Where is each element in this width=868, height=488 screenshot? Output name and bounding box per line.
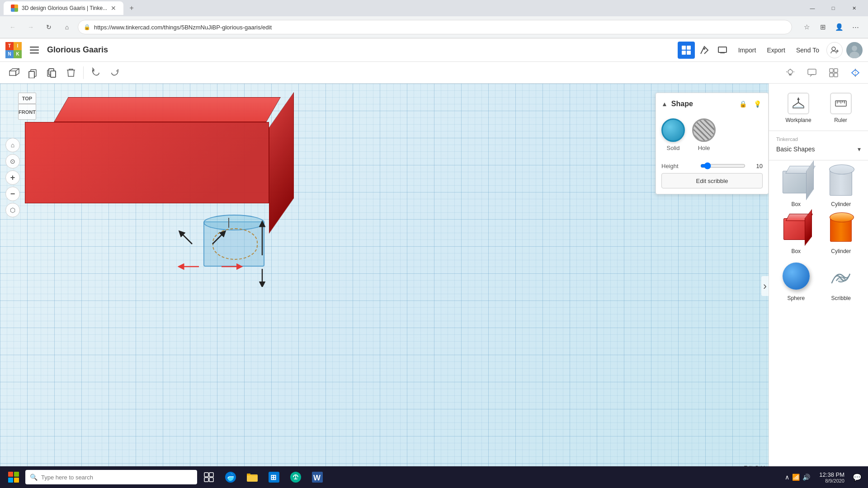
url-text: https://www.tinkercad.com/things/5BNzmNu… — [94, 24, 786, 31]
file-explorer-icon[interactable] — [242, 467, 262, 487]
task-view-button[interactable] — [199, 467, 219, 487]
lock-icon[interactable]: 🔒 — [737, 99, 748, 109]
store-icon[interactable]: ⊞ — [264, 467, 284, 487]
zoom-out-button[interactable]: − — [5, 187, 20, 201]
svg-rect-6 — [687, 51, 691, 55]
panel-collapse-chevron[interactable]: › — [761, 276, 769, 296]
svg-rect-23 — [51, 71, 56, 77]
add-user-button[interactable] — [826, 42, 843, 58]
svg-rect-1 — [30, 49, 39, 51]
header-right: Import Export Send To — [678, 42, 863, 59]
tray-expand-icon[interactable]: ∧ — [785, 474, 789, 481]
bulb-icon[interactable] — [783, 66, 797, 80]
ruler-button[interactable]: Ruler — [830, 93, 852, 123]
nav-cube[interactable]: TOP FRONT — [9, 93, 45, 129]
duplicate-button[interactable] — [43, 64, 61, 81]
workplane-button[interactable]: Workplane — [785, 93, 811, 123]
edge-browser-icon[interactable] — [221, 467, 241, 487]
word-icon[interactable]: W — [307, 467, 327, 487]
hole-label: Hole — [698, 145, 710, 151]
home-view-button[interactable]: ⌂ — [5, 138, 20, 152]
shape-scribble[interactable]: Scribble — [821, 260, 861, 301]
delete-button[interactable] — [62, 64, 80, 81]
mirror-icon[interactable] — [848, 66, 863, 80]
browser-toolbar-icons: ☆ ⊞ 👤 ⋯ — [799, 20, 863, 34]
windows-logo — [8, 472, 19, 483]
tinkercad-logo[interactable]: T I N K — [5, 42, 22, 58]
fit-view-button[interactable]: ⊙ — [5, 154, 20, 169]
height-slider[interactable] — [700, 162, 745, 169]
import-button[interactable]: Import — [735, 45, 760, 56]
start-button[interactable] — [4, 467, 24, 487]
height-value: 10 — [749, 163, 763, 169]
menu-button[interactable] — [27, 43, 42, 57]
scribble-object[interactable] — [201, 212, 269, 273]
account-icon[interactable]: 👤 — [832, 20, 846, 34]
copy-button[interactable] — [24, 64, 42, 81]
shape-cylinder-gray[interactable]: Cylinder — [821, 166, 861, 207]
lock-icon: 🔒 — [84, 24, 90, 30]
shape-box-red[interactable]: Box — [776, 213, 816, 254]
shape-box-gray[interactable]: Box — [776, 166, 816, 207]
shape-panel-collapse[interactable]: ▲ — [661, 100, 668, 108]
search-bar[interactable]: 🔍 — [25, 470, 197, 484]
forward-button[interactable]: → — [24, 20, 38, 34]
new-tab-button[interactable]: + — [125, 2, 138, 14]
user-avatar[interactable] — [846, 42, 863, 58]
active-tab[interactable]: 3D design Glorious Gaaris | Tinke... ✕ — [4, 1, 123, 15]
svg-rect-2 — [30, 52, 39, 54]
height-label: Height — [661, 163, 697, 169]
logo-top-right: I — [14, 42, 22, 50]
reload-button[interactable]: ↻ — [42, 20, 56, 34]
cylinder-gray-visual — [830, 169, 852, 196]
undo-button[interactable] — [87, 64, 104, 81]
svg-point-14 — [852, 46, 857, 51]
solid-option[interactable]: Solid — [661, 118, 685, 151]
windows-logo-yellow — [14, 478, 19, 483]
svg-rect-33 — [834, 73, 838, 77]
tab-close-button[interactable]: ✕ — [111, 5, 116, 12]
volume-icon[interactable]: 🔊 — [802, 474, 810, 481]
notification-icon: 💬 — [853, 473, 862, 482]
notifications-button[interactable]: 💬 — [850, 467, 864, 487]
close-button[interactable]: ✕ — [844, 0, 864, 16]
new-object-button[interactable] — [5, 64, 23, 81]
shape-sphere[interactable]: Sphere — [776, 260, 816, 301]
search-input[interactable] — [41, 474, 193, 481]
export-button[interactable]: Export — [763, 45, 788, 56]
zoom-in-button[interactable]: + — [5, 170, 20, 185]
edit-scribble-button[interactable]: Edit scribble — [661, 173, 763, 188]
edge-icon-2[interactable] — [286, 467, 306, 487]
more-icon[interactable]: ⋯ — [848, 20, 863, 34]
home-button[interactable]: ⌂ — [60, 20, 74, 34]
workplane-label: Workplane — [785, 117, 811, 123]
send-to-button[interactable]: Send To — [793, 45, 823, 56]
clock[interactable]: 12:38 PM 8/9/2020 — [816, 471, 848, 483]
url-bar[interactable]: 🔒 https://www.tinkercad.com/things/5BNzm… — [78, 20, 792, 34]
maximize-button[interactable]: □ — [823, 0, 844, 16]
bookmark-icon[interactable]: ☆ — [799, 20, 814, 34]
solid-label: Solid — [667, 145, 680, 151]
speech-icon[interactable] — [805, 66, 819, 80]
canvas-area[interactable]: TOP FRONT ⌂ ⊙ + − ⬡ — [0, 84, 769, 488]
network-icon[interactable]: 📶 — [792, 474, 800, 481]
back-button[interactable]: ← — [5, 20, 20, 34]
redo-button[interactable] — [106, 64, 123, 81]
build-view-button[interactable] — [696, 42, 713, 59]
svg-rect-0 — [30, 47, 39, 48]
hole-option[interactable]: Hole — [692, 118, 716, 151]
right-panel-header: Workplane Ruler — [769, 84, 868, 131]
perspective-button[interactable]: ⬡ — [5, 203, 20, 217]
light-icon[interactable]: 💡 — [752, 99, 763, 109]
cylinder-orange-label: Cylinder — [831, 248, 851, 254]
minimize-button[interactable]: — — [802, 0, 823, 16]
shape-cylinder-orange[interactable]: Cylinder — [821, 213, 861, 254]
left-tools: ⌂ ⊙ + − ⬡ — [5, 138, 20, 217]
shapes-dropdown[interactable]: Basic Shapes ▾ — [776, 144, 861, 155]
grid-icon[interactable] — [826, 66, 841, 80]
svg-rect-3 — [682, 46, 686, 50]
collections-icon[interactable]: ⊞ — [816, 20, 830, 34]
sim-view-button[interactable] — [714, 42, 731, 59]
svg-rect-18 — [29, 71, 34, 78]
grid-view-button[interactable] — [678, 42, 695, 59]
